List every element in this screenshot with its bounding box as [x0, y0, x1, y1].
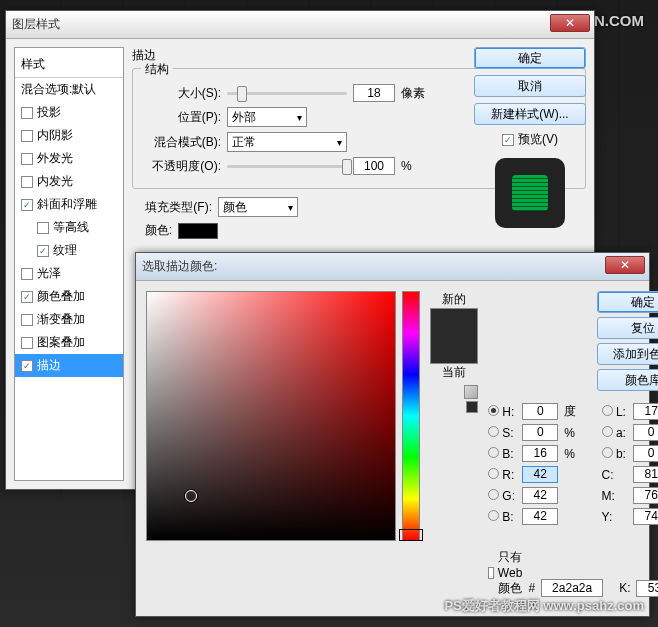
color-swatch[interactable] [178, 223, 218, 239]
color-values: H:0度 L:17 S:0% a:0 B:16% b:0 R:42 C:81% … [488, 403, 658, 525]
ok-button[interactable]: 确定 [474, 47, 586, 69]
checkbox[interactable] [21, 337, 33, 349]
styles-sidebar: 样式 混合选项:默认 投影内阴影外发光内发光斜面和浮雕等高线纹理光泽颜色叠加渐变… [14, 47, 124, 481]
webonly-label: 只有 Web 颜色 [498, 549, 529, 597]
checkbox[interactable] [37, 245, 49, 257]
b2-input[interactable]: 0 [633, 445, 658, 462]
filltype-combo[interactable]: 颜色 [218, 197, 298, 217]
cancel-button[interactable]: 取消 [474, 75, 586, 97]
add-swatch-button[interactable]: 添加到色板 [597, 343, 658, 365]
y-input[interactable]: 74 [633, 508, 658, 525]
g-input[interactable]: 42 [522, 487, 558, 504]
checkbox[interactable] [21, 176, 33, 188]
l-input[interactable]: 17 [633, 403, 658, 420]
b-radio[interactable] [488, 447, 499, 458]
checkbox[interactable] [37, 222, 49, 234]
size-unit: 像素 [401, 85, 425, 102]
preview-checkbox[interactable] [502, 134, 514, 146]
checkbox[interactable] [21, 291, 33, 303]
s-input[interactable]: 0 [522, 424, 558, 441]
sidebar-item-label: 光泽 [37, 265, 61, 282]
opacity-unit: % [401, 159, 412, 173]
m-input[interactable]: 76 [633, 487, 658, 504]
sidebar-item[interactable]: 外发光 [15, 147, 123, 170]
k-input[interactable]: 53 [636, 580, 658, 597]
sidebar-item-label: 内阴影 [37, 127, 73, 144]
b2-radio[interactable] [602, 447, 613, 458]
color-picker-dialog: 选取描边颜色: ✕ 新的 当前 确定 复位 添加到色板 颜色库 H:0度 L:1… [135, 252, 650, 617]
sidebar-item-label: 斜面和浮雕 [37, 196, 97, 213]
newstyle-button[interactable]: 新建样式(W)... [474, 103, 586, 125]
checkbox[interactable] [21, 360, 33, 372]
reset-button[interactable]: 复位 [597, 317, 658, 339]
a-radio[interactable] [602, 426, 613, 437]
sidebar-item-label: 外发光 [37, 150, 73, 167]
r-input[interactable]: 42 [522, 466, 558, 483]
b-input[interactable]: 16 [522, 445, 558, 462]
sidebar-header: 样式 [15, 52, 123, 78]
sidebar-item[interactable]: 等高线 [15, 216, 123, 239]
sidebar-item[interactable]: 颜色叠加 [15, 285, 123, 308]
sidebar-item-label: 内发光 [37, 173, 73, 190]
s-radio[interactable] [488, 426, 499, 437]
sidebar-item[interactable]: 内阴影 [15, 124, 123, 147]
opacity-label: 不透明度(O): [141, 158, 221, 175]
opacity-slider[interactable] [227, 165, 347, 168]
group-title: 结构 [141, 61, 173, 78]
size-input[interactable]: 18 [353, 84, 395, 102]
checkbox[interactable] [21, 130, 33, 142]
cube-icon[interactable] [464, 385, 478, 399]
titlebar[interactable]: 图层样式 ✕ [6, 11, 594, 39]
close-icon[interactable]: ✕ [605, 256, 645, 274]
h-radio[interactable] [488, 405, 499, 416]
sidebar-item[interactable]: 纹理 [15, 239, 123, 262]
sidebar-item-label: 等高线 [53, 219, 89, 236]
checkbox[interactable] [21, 314, 33, 326]
size-label: 大小(S): [141, 85, 221, 102]
new-label: 新的 [442, 291, 466, 308]
position-label: 位置(P): [141, 109, 221, 126]
hex-input[interactable]: 2a2a2a [541, 579, 603, 597]
checkbox[interactable] [21, 199, 33, 211]
checkbox[interactable] [21, 153, 33, 165]
size-slider[interactable] [227, 92, 347, 95]
sidebar-item-label: 纹理 [53, 242, 77, 259]
blend-options[interactable]: 混合选项:默认 [15, 78, 123, 101]
watermark-bottom: PS爱好者教程网 www.psahz.com [444, 597, 644, 615]
sidebar-item-label: 描边 [37, 357, 61, 374]
ok-button[interactable]: 确定 [597, 291, 658, 313]
close-icon[interactable]: ✕ [550, 14, 590, 32]
c-input[interactable]: 81 [633, 466, 658, 483]
position-combo[interactable]: 外部 [227, 107, 307, 127]
saturation-value-field[interactable] [146, 291, 396, 541]
color-lib-button[interactable]: 颜色库 [597, 369, 658, 391]
l-radio[interactable] [602, 405, 613, 416]
sidebar-item[interactable]: 渐变叠加 [15, 308, 123, 331]
hex-label: # [528, 581, 535, 595]
filltype-label: 填充类型(F): [132, 199, 212, 216]
sidebar-item-label: 图案叠加 [37, 334, 85, 351]
h-input[interactable]: 0 [522, 403, 558, 420]
sidebar-item-label: 渐变叠加 [37, 311, 85, 328]
sidebar-item[interactable]: 图案叠加 [15, 331, 123, 354]
sidebar-item[interactable]: 光泽 [15, 262, 123, 285]
g-radio[interactable] [488, 489, 499, 500]
blendmode-combo[interactable]: 正常 [227, 132, 347, 152]
sidebar-item[interactable]: 内发光 [15, 170, 123, 193]
color-label: 颜色: [132, 222, 172, 239]
checkbox[interactable] [21, 268, 33, 280]
opacity-input[interactable]: 100 [353, 157, 395, 175]
sidebar-item[interactable]: 投影 [15, 101, 123, 124]
webonly-checkbox[interactable] [488, 567, 494, 579]
sidebar-item[interactable]: 描边 [15, 354, 123, 377]
tiny-swatch [466, 401, 478, 413]
checkbox[interactable] [21, 107, 33, 119]
hue-slider[interactable] [402, 291, 420, 541]
a-input[interactable]: 0 [633, 424, 658, 441]
current-label: 当前 [442, 364, 466, 381]
titlebar[interactable]: 选取描边颜色: ✕ [136, 253, 649, 281]
bb-input[interactable]: 42 [522, 508, 558, 525]
r-radio[interactable] [488, 468, 499, 479]
sidebar-item[interactable]: 斜面和浮雕 [15, 193, 123, 216]
bb-radio[interactable] [488, 510, 499, 521]
